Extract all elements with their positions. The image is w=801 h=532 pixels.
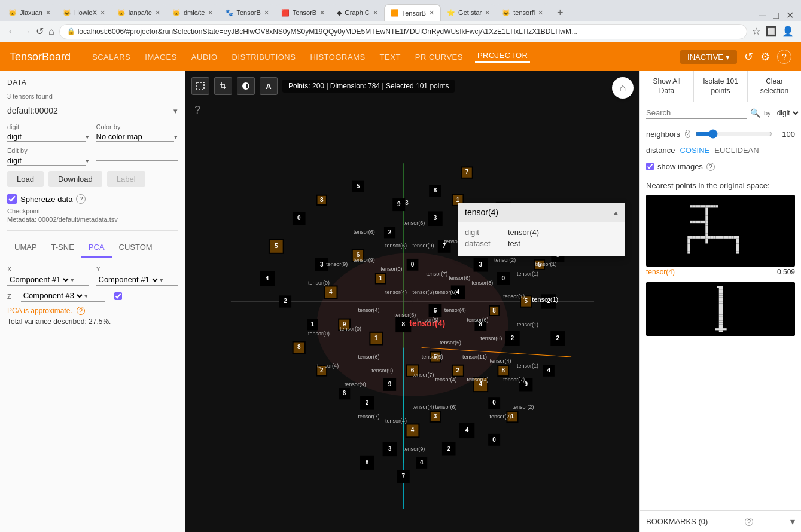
sphereize-help-icon[interactable]: ? [76,194,86,204]
nav-text[interactable]: TEXT [377,53,403,62]
isolate-points-button[interactable]: Isolate 101points [694,71,748,102]
browser-tab-7[interactable]: 🟧 TensorB ✕ [384,4,441,21]
show-images-checkbox[interactable] [646,163,654,170]
neighbors-help-icon[interactable]: ? [685,130,690,138]
canvas-info: Points: 200 | Dimension: 784 | Selected … [282,80,455,93]
bookmarks-row[interactable]: BOOKMARKS (0) ? ▾ [640,510,801,532]
bookmarks-chevron-icon[interactable]: ▾ [790,516,795,527]
euclidean-distance-button[interactable]: EUCLIDEAN [714,146,759,155]
minimize-button[interactable]: ─ [759,10,766,21]
label-by-label: digit [7,123,89,130]
edit-by-select[interactable]: digit [7,156,86,166]
nav-scalars[interactable]: SCALARS [90,53,133,62]
by-select[interactable]: digit [775,108,800,118]
browser-tab-0[interactable]: 🐱 Jiaxuan ✕ [2,4,57,21]
data-section-title: DATA [7,78,178,87]
edit-by-chevron-icon: ▾ [86,157,89,165]
tab-close-0[interactable]: ✕ [45,9,51,17]
y-component-select[interactable]: Component #1 Component #2 Component #3 [96,274,160,285]
browser-tab-6[interactable]: ◆ Graph C ✕ [331,4,384,21]
forward-button[interactable]: → [22,26,31,37]
help-button[interactable]: ? [194,104,200,117]
scatter-plot[interactable] [185,71,639,532]
tab-pca[interactable]: PCA [81,238,112,258]
browser-tab-1[interactable]: 🐱 HowieX ✕ [57,4,111,21]
nav-histograms[interactable]: HISTOGRAMS [307,53,367,62]
tensor-popup-close-icon[interactable]: ▴ [614,207,618,217]
help-icon[interactable]: ? [777,50,791,64]
z-axis-label: Z [7,293,11,300]
tb-logo: TensorBoard [10,51,71,63]
reload-button[interactable]: ↺ [36,26,44,37]
browser-tab-3[interactable]: 🐱 dmlc/te ✕ [166,4,219,21]
nav-projector[interactable]: PROJECTOR [475,51,530,63]
close-window-button[interactable]: ✕ [786,10,794,21]
settings-icon[interactable]: ⚙ [760,50,770,63]
nav-pr-curves[interactable]: PR CURVES [413,53,465,62]
nearest-image-0 [646,195,795,267]
tab-umap[interactable]: UMAP [7,238,44,258]
browser-tab-8[interactable]: ⭐ Get star ✕ [441,4,496,21]
home-nav-button[interactable]: ⌂ [48,26,54,37]
browser-tab-4[interactable]: 🐾 TensorB ✕ [219,4,275,21]
refresh-icon[interactable]: ↺ [744,50,753,63]
bookmarks-help-icon[interactable]: ? [745,518,753,526]
right-top-buttons: Show AllData Isolate 101points Clearsele… [640,71,801,102]
z-component-select[interactable]: Component #3 [21,291,84,301]
account-button[interactable]: 👤 [782,26,794,37]
home-button[interactable]: ⌂ [612,77,634,99]
tensor-selector[interactable]: default:00002 ▾ [7,103,178,118]
inactive-dropdown[interactable]: INACTIVE ▾ [680,50,737,64]
tag-selection-input[interactable]: Tag selection as [96,151,178,161]
extension-button[interactable]: 🔲 [765,26,777,37]
nav-images[interactable]: IMAGES [142,53,179,62]
tb-nav: SCALARS IMAGES AUDIO DISTRIBUTIONS HISTO… [90,51,530,63]
metadata-row: Metadata: 00002/default/metadata.tsv [7,216,178,223]
back-button[interactable]: ← [7,26,17,37]
night-mode-button[interactable] [237,77,255,95]
search-input[interactable] [646,107,747,119]
tab-tsne[interactable]: T-SNE [44,238,81,258]
browser-tab-9[interactable]: 🐱 tensorfl ✕ [496,4,549,21]
center-canvas[interactable]: A Points: 200 | Dimension: 784 | Selecte… [185,71,639,532]
tab-custom[interactable]: CUSTOM [112,238,160,258]
z-checkbox[interactable] [114,292,122,300]
tensor-chevron-icon: ▾ [173,106,178,115]
x-component-select[interactable]: Component #1 Component #2 Component #3 [7,274,71,285]
tensor-popup: tensor(4) ▴ digit tensor(4) dataset test [458,203,625,256]
search-icon: 🔍 [750,108,760,118]
divider-1 [7,230,178,231]
download-button[interactable]: Download [48,171,102,187]
nav-audio[interactable]: AUDIO [189,53,220,62]
clear-selection-button[interactable]: Clearselection [748,71,801,102]
tensor-popup-val-0: tensor(4) [508,228,539,237]
label-toggle-button[interactable]: A [260,77,278,95]
browser-tab-5[interactable]: 🟥 TensorB ✕ [275,4,331,21]
maximize-button[interactable]: □ [773,10,779,21]
label-by-chevron-icon: ▾ [86,133,89,141]
bookmark-button[interactable]: ☆ [752,26,760,37]
tensor-popup-key-0: digit [465,228,501,237]
color-by-select[interactable]: No color map [96,132,175,142]
show-images-help-icon[interactable]: ? [706,163,715,171]
sphereize-checkbox[interactable] [7,194,17,204]
label-by-select[interactable]: digit [7,132,86,142]
load-button[interactable]: Load [7,171,44,187]
tensors-found-label: 3 tensors found [7,93,178,100]
neighbors-slider[interactable] [695,129,772,139]
new-tab-button[interactable]: + [552,4,568,21]
show-all-data-button[interactable]: Show AllData [640,71,694,102]
cosine-distance-button[interactable]: COSINE [680,146,709,155]
nearest-images-list: tensor(4) 0.509 [640,192,801,510]
selection-rect-button[interactable] [191,77,209,95]
address-bar[interactable]: 🔒 localhost:6006/#projector&runSelection… [59,24,747,39]
xy-axis-row: X Component #1 Component #2 Component #3… [7,265,178,286]
show-images-label: show images [657,162,703,171]
pca-help-icon[interactable]: ? [77,307,85,315]
nav-distributions[interactable]: DISTRIBUTIONS [230,53,299,62]
left-sidebar: DATA 3 tensors found default:00002 ▾ dig… [0,71,185,532]
crop-button[interactable] [214,77,232,95]
browser-tab-2[interactable]: 🐱 lanpa/te ✕ [111,4,166,21]
canvas-toolbar: A Points: 200 | Dimension: 784 | Selecte… [191,77,455,95]
edit-by-label: Edit by [7,147,89,154]
